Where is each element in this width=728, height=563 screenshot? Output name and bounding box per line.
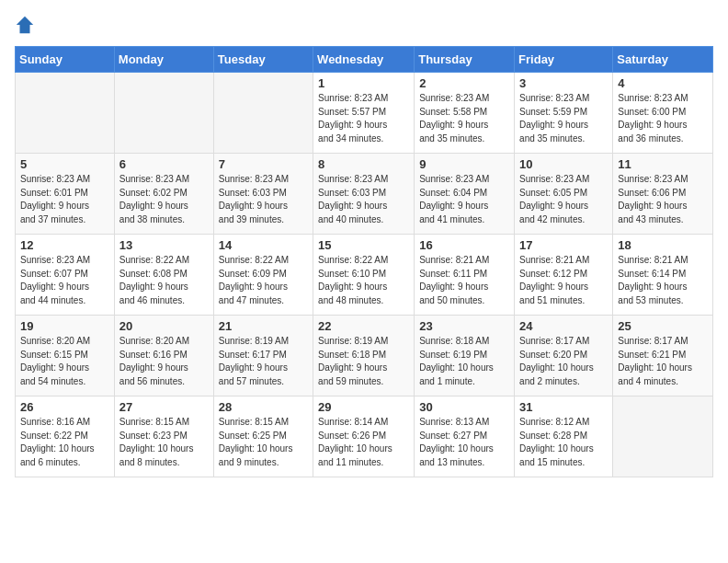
day-info: Sunrise: 8:23 AMSunset: 6:07 PMDaylight:… (20, 254, 109, 307)
calendar-cell: 8Sunrise: 8:23 AMSunset: 6:03 PMDaylight… (313, 154, 415, 235)
day-number: 26 (20, 400, 109, 414)
calendar-cell: 2Sunrise: 8:23 AMSunset: 5:58 PMDaylight… (415, 73, 515, 154)
day-number: 15 (318, 238, 409, 252)
day-header-wednesday: Wednesday (313, 47, 415, 73)
day-header-monday: Monday (114, 47, 213, 73)
logo-icon (15, 15, 35, 35)
day-info: Sunrise: 8:14 AMSunset: 6:26 PMDaylight:… (318, 416, 409, 469)
calendar-cell: 13Sunrise: 8:22 AMSunset: 6:08 PMDayligh… (114, 235, 213, 316)
day-info: Sunrise: 8:23 AMSunset: 6:01 PMDaylight:… (20, 173, 109, 226)
day-info: Sunrise: 8:22 AMSunset: 6:09 PMDaylight:… (219, 254, 308, 307)
day-number: 6 (119, 157, 209, 171)
day-info: Sunrise: 8:23 AMSunset: 6:02 PMDaylight:… (119, 173, 209, 226)
calendar-cell (114, 73, 213, 154)
day-number: 10 (519, 157, 608, 171)
calendar-header-row: SundayMondayTuesdayWednesdayThursdayFrid… (16, 47, 713, 73)
day-number: 3 (519, 76, 608, 90)
day-info: Sunrise: 8:21 AMSunset: 6:14 PMDaylight:… (618, 254, 708, 307)
day-info: Sunrise: 8:17 AMSunset: 6:21 PMDaylight:… (618, 335, 708, 388)
calendar-cell: 6Sunrise: 8:23 AMSunset: 6:02 PMDaylight… (114, 154, 213, 235)
day-info: Sunrise: 8:23 AMSunset: 6:00 PMDaylight:… (618, 92, 708, 145)
day-number: 1 (318, 76, 409, 90)
day-header-tuesday: Tuesday (213, 47, 313, 73)
day-number: 27 (119, 400, 209, 414)
day-number: 11 (618, 157, 708, 171)
calendar-week-4: 19Sunrise: 8:20 AMSunset: 6:15 PMDayligh… (16, 316, 713, 396)
day-number: 20 (119, 319, 209, 333)
calendar-cell (613, 396, 713, 477)
day-number: 2 (419, 76, 509, 90)
day-info: Sunrise: 8:23 AMSunset: 6:03 PMDaylight:… (318, 173, 409, 226)
calendar-cell: 30Sunrise: 8:13 AMSunset: 6:27 PMDayligh… (415, 396, 515, 477)
calendar-cell: 24Sunrise: 8:17 AMSunset: 6:20 PMDayligh… (515, 316, 613, 396)
day-info: Sunrise: 8:23 AMSunset: 6:03 PMDaylight:… (219, 173, 308, 226)
calendar-cell: 22Sunrise: 8:19 AMSunset: 6:18 PMDayligh… (313, 316, 415, 396)
day-info: Sunrise: 8:23 AMSunset: 6:05 PMDaylight:… (519, 173, 608, 226)
day-number: 19 (20, 319, 109, 333)
calendar-cell: 3Sunrise: 8:23 AMSunset: 5:59 PMDaylight… (515, 73, 613, 154)
calendar-cell: 29Sunrise: 8:14 AMSunset: 6:26 PMDayligh… (313, 396, 415, 477)
day-number: 8 (318, 157, 409, 171)
day-number: 12 (20, 238, 109, 252)
day-info: Sunrise: 8:23 AMSunset: 6:04 PMDaylight:… (419, 173, 509, 226)
day-info: Sunrise: 8:23 AMSunset: 5:59 PMDaylight:… (519, 92, 608, 145)
day-info: Sunrise: 8:17 AMSunset: 6:20 PMDaylight:… (519, 335, 608, 388)
day-header-friday: Friday (515, 47, 613, 73)
logo (15, 15, 37, 35)
day-info: Sunrise: 8:12 AMSunset: 6:28 PMDaylight:… (519, 416, 608, 469)
calendar-cell: 31Sunrise: 8:12 AMSunset: 6:28 PMDayligh… (515, 396, 613, 477)
day-info: Sunrise: 8:18 AMSunset: 6:19 PMDaylight:… (419, 335, 509, 388)
day-number: 14 (219, 238, 308, 252)
calendar-cell: 23Sunrise: 8:18 AMSunset: 6:19 PMDayligh… (415, 316, 515, 396)
day-info: Sunrise: 8:23 AMSunset: 6:06 PMDaylight:… (618, 173, 708, 226)
calendar-table: SundayMondayTuesdayWednesdayThursdayFrid… (15, 46, 713, 477)
day-number: 31 (519, 400, 608, 414)
day-number: 17 (519, 238, 608, 252)
calendar-cell: 11Sunrise: 8:23 AMSunset: 6:06 PMDayligh… (613, 154, 713, 235)
calendar-cell: 16Sunrise: 8:21 AMSunset: 6:11 PMDayligh… (415, 235, 515, 316)
day-number: 25 (618, 319, 708, 333)
calendar-cell (16, 73, 115, 154)
day-number: 7 (219, 157, 308, 171)
day-number: 5 (20, 157, 109, 171)
day-info: Sunrise: 8:21 AMSunset: 6:11 PMDaylight:… (419, 254, 509, 307)
day-number: 22 (318, 319, 409, 333)
day-number: 4 (618, 76, 708, 90)
day-number: 13 (119, 238, 209, 252)
day-header-thursday: Thursday (415, 47, 515, 73)
calendar-cell: 7Sunrise: 8:23 AMSunset: 6:03 PMDaylight… (213, 154, 313, 235)
page-header (15, 15, 713, 35)
calendar-cell: 28Sunrise: 8:15 AMSunset: 6:25 PMDayligh… (213, 396, 313, 477)
day-number: 24 (519, 319, 608, 333)
day-info: Sunrise: 8:15 AMSunset: 6:23 PMDaylight:… (119, 416, 209, 469)
calendar-cell: 5Sunrise: 8:23 AMSunset: 6:01 PMDaylight… (16, 154, 115, 235)
calendar-week-3: 12Sunrise: 8:23 AMSunset: 6:07 PMDayligh… (16, 235, 713, 316)
day-info: Sunrise: 8:22 AMSunset: 6:10 PMDaylight:… (318, 254, 409, 307)
calendar-cell: 18Sunrise: 8:21 AMSunset: 6:14 PMDayligh… (613, 235, 713, 316)
day-info: Sunrise: 8:15 AMSunset: 6:25 PMDaylight:… (219, 416, 308, 469)
calendar-cell: 21Sunrise: 8:19 AMSunset: 6:17 PMDayligh… (213, 316, 313, 396)
day-number: 28 (219, 400, 308, 414)
day-info: Sunrise: 8:22 AMSunset: 6:08 PMDaylight:… (119, 254, 209, 307)
day-header-sunday: Sunday (16, 47, 115, 73)
day-number: 23 (419, 319, 509, 333)
day-info: Sunrise: 8:19 AMSunset: 6:18 PMDaylight:… (318, 335, 409, 388)
calendar-cell: 15Sunrise: 8:22 AMSunset: 6:10 PMDayligh… (313, 235, 415, 316)
day-number: 16 (419, 238, 509, 252)
calendar-cell: 9Sunrise: 8:23 AMSunset: 6:04 PMDaylight… (415, 154, 515, 235)
day-number: 29 (318, 400, 409, 414)
day-number: 9 (419, 157, 509, 171)
calendar-cell: 1Sunrise: 8:23 AMSunset: 5:57 PMDaylight… (313, 73, 415, 154)
calendar-cell: 4Sunrise: 8:23 AMSunset: 6:00 PMDaylight… (613, 73, 713, 154)
day-number: 18 (618, 238, 708, 252)
day-info: Sunrise: 8:21 AMSunset: 6:12 PMDaylight:… (519, 254, 608, 307)
day-info: Sunrise: 8:20 AMSunset: 6:16 PMDaylight:… (119, 335, 209, 388)
calendar-cell: 25Sunrise: 8:17 AMSunset: 6:21 PMDayligh… (613, 316, 713, 396)
day-info: Sunrise: 8:23 AMSunset: 5:58 PMDaylight:… (419, 92, 509, 145)
day-info: Sunrise: 8:19 AMSunset: 6:17 PMDaylight:… (219, 335, 308, 388)
day-header-saturday: Saturday (613, 47, 713, 73)
calendar-cell: 10Sunrise: 8:23 AMSunset: 6:05 PMDayligh… (515, 154, 613, 235)
calendar-week-1: 1Sunrise: 8:23 AMSunset: 5:57 PMDaylight… (16, 73, 713, 154)
calendar-cell (213, 73, 313, 154)
calendar-week-5: 26Sunrise: 8:16 AMSunset: 6:22 PMDayligh… (16, 396, 713, 477)
